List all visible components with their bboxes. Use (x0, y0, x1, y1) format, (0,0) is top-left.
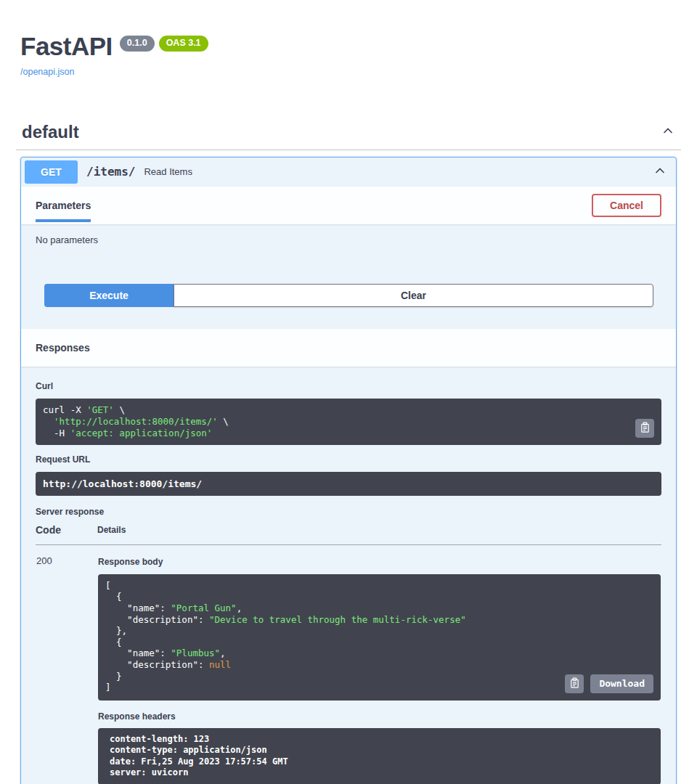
curl-command-text: curl -X 'GET' \ 'http://localhost:8000/i… (43, 404, 654, 439)
request-url-label: Request URL (36, 454, 661, 465)
parameters-section-header: Parameters Cancel (21, 187, 676, 224)
http-method-badge: GET (25, 160, 78, 184)
version-badges: 0.1.0 OAS 3.1 (120, 36, 208, 52)
chevron-up-icon[interactable] (661, 123, 675, 141)
details-column-header: Details (97, 524, 661, 545)
download-button[interactable]: Download (590, 674, 653, 693)
cancel-button[interactable]: Cancel (592, 194, 661, 217)
operation-block-get-items: GET /items/ Read Items Parameters Cancel… (20, 157, 677, 784)
responses-container: Curl curl -X 'GET' \ 'http://localhost:8… (21, 367, 676, 784)
response-headers-text: content-length: 123 content-type: applic… (110, 734, 649, 779)
response-headers-block: content-length: 123 content-type: applic… (98, 728, 661, 784)
tab-parameters[interactable]: Parameters (36, 187, 91, 222)
parameters-tab-label: Parameters (36, 200, 91, 211)
operation-path: /items/ (86, 165, 135, 179)
response-headers-label: Response headers (98, 711, 661, 722)
oas-version-badge: OAS 3.1 (159, 36, 208, 52)
openapi-spec-link[interactable]: /openapi.json (20, 67, 74, 77)
responses-section-title: Responses (36, 342, 90, 354)
curl-label: Curl (36, 381, 661, 391)
execute-button[interactable]: Execute (44, 284, 174, 307)
api-info-header: FastAPI 0.1.0 OAS 3.1 /openapi.json (0, 0, 697, 78)
page-title: FastAPI (20, 33, 113, 60)
status-code: 200 (36, 544, 97, 784)
response-body-block: [ { "name": "Portal Gun", "description":… (98, 574, 661, 701)
responses-section-header: Responses (21, 329, 676, 367)
server-response-label: Server response (36, 507, 661, 517)
clipboard-copy-icon (569, 677, 580, 690)
request-url-block: http://localhost:8000/items/ (36, 472, 661, 496)
server-response-table: Code Details 200 Response body [ { "name… (36, 524, 661, 784)
version-badge: 0.1.0 (120, 36, 155, 52)
clipboard-copy-icon (640, 422, 651, 435)
chevron-up-icon[interactable] (653, 163, 667, 181)
code-column-header: Code (36, 524, 97, 545)
clear-button[interactable]: Clear (174, 284, 653, 307)
curl-command-block: curl -X 'GET' \ 'http://localhost:8000/i… (36, 399, 661, 445)
copy-response-button[interactable] (565, 674, 584, 693)
execute-button-group: Execute Clear (21, 284, 676, 329)
response-details-cell: Response body [ { "name": "Portal Gun", … (97, 544, 661, 784)
request-url-text: http://localhost:8000/items/ (43, 478, 654, 489)
tag-section-header[interactable]: default (16, 119, 681, 150)
response-body-actions: Download (565, 674, 653, 693)
response-body-label: Response body (98, 557, 661, 567)
operation-summary[interactable]: GET /items/ Read Items (21, 158, 676, 187)
no-parameters-message: No parameters (36, 234, 661, 245)
copy-curl-button[interactable] (635, 419, 654, 438)
server-response-row: 200 Response body [ { "name": "Portal Gu… (36, 544, 661, 784)
parameters-container: No parameters (21, 224, 676, 245)
tag-name: default (22, 122, 79, 142)
operation-summary-text: Read Items (144, 166, 192, 177)
